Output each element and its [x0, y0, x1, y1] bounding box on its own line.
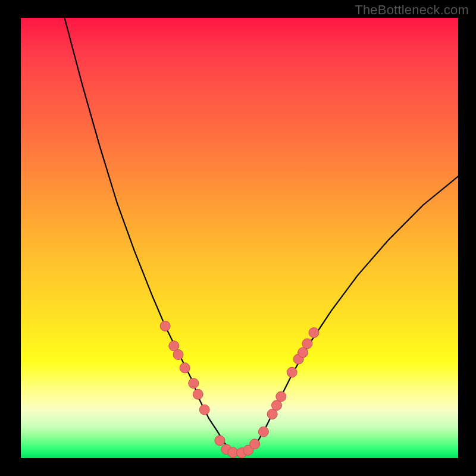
sample-point [258, 427, 268, 437]
sample-point [276, 392, 286, 402]
sample-point [189, 378, 199, 389]
plot-area [21, 18, 458, 458]
sample-point [173, 350, 183, 360]
marker-group [160, 321, 319, 458]
sample-point [193, 389, 203, 399]
sample-point [250, 439, 260, 449]
sample-point [199, 405, 209, 415]
sample-point [309, 328, 319, 338]
sample-point [302, 339, 312, 349]
bottleneck-curve [65, 18, 459, 453]
sample-point [215, 436, 225, 446]
sample-point [287, 367, 297, 377]
chart-frame: TheBottleneck.com [0, 0, 476, 476]
sample-point [160, 321, 170, 331]
sample-point [180, 363, 190, 373]
chart-overlay [21, 18, 458, 458]
watermark-text: TheBottleneck.com [355, 2, 469, 18]
